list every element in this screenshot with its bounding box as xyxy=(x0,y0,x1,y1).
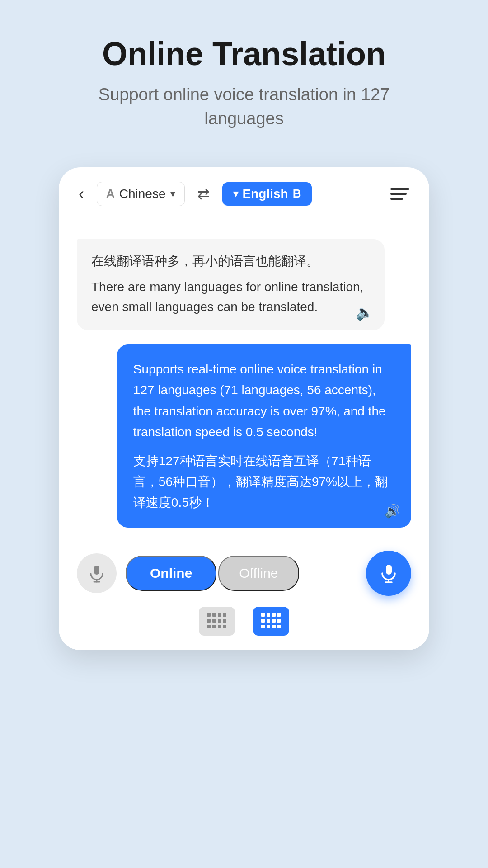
lang-b-letter: B xyxy=(293,187,301,201)
message-text-english: Supports real-time online voice translat… xyxy=(133,359,395,443)
lang-a-letter: A xyxy=(106,187,115,201)
topbar: ‹ A Chinese ▾ ⇄ ▾ English B xyxy=(59,167,429,221)
offline-mode-button[interactable]: Offline xyxy=(218,556,299,591)
phone-card: ‹ A Chinese ▾ ⇄ ▾ English B 在线翻译语种多，再小的语… xyxy=(59,167,429,650)
chat-area: 在线翻译语种多，再小的语言也能翻译。 There are many langua… xyxy=(59,221,429,538)
back-button[interactable]: ‹ xyxy=(75,183,88,205)
mode-row: Online Offline xyxy=(77,551,411,596)
mic-right-button[interactable] xyxy=(366,551,411,596)
speaker-icon[interactable]: 🔈 xyxy=(356,304,374,321)
menu-line xyxy=(390,198,403,200)
chevron-down-icon: ▾ xyxy=(170,188,175,200)
mic-left-button[interactable] xyxy=(77,553,117,593)
message-text-chinese: 支持127种语言实时在线语音互译（71种语言，56种口音），翻译精度高达97%以… xyxy=(133,451,395,514)
mode-toggle: Online Offline xyxy=(126,556,357,591)
swap-languages-button[interactable]: ⇄ xyxy=(194,182,213,206)
keyboard-row xyxy=(77,607,411,636)
translated-text: There are many languages for online tran… xyxy=(91,277,370,318)
menu-button[interactable] xyxy=(387,184,413,203)
page-title: Online Translation xyxy=(102,36,386,72)
page-subtitle: Support online voice translation in 127 … xyxy=(90,83,398,131)
speaker-icon[interactable]: 🔊 xyxy=(385,504,400,519)
svg-rect-3 xyxy=(386,565,392,575)
menu-line xyxy=(390,193,407,195)
source-language-name: Chinese xyxy=(119,187,166,201)
bottom-bar: Online Offline xyxy=(59,538,429,650)
target-language-name: English xyxy=(243,187,288,201)
keyboard-blue-button[interactable] xyxy=(253,607,289,636)
target-language-selector[interactable]: ▾ English B xyxy=(222,182,312,206)
svg-rect-0 xyxy=(94,566,99,575)
online-mode-button[interactable]: Online xyxy=(126,556,216,591)
message-sent: Supports real-time online voice translat… xyxy=(117,344,411,528)
source-language-selector[interactable]: A Chinese ▾ xyxy=(97,182,185,206)
menu-line xyxy=(390,188,409,190)
keyboard-gray-button[interactable] xyxy=(199,607,235,636)
message-received: 在线翻译语种多，再小的语言也能翻译。 There are many langua… xyxy=(77,239,385,330)
chevron-down-icon: ▾ xyxy=(233,188,238,200)
original-text: 在线翻译语种多，再小的语言也能翻译。 xyxy=(91,252,370,271)
